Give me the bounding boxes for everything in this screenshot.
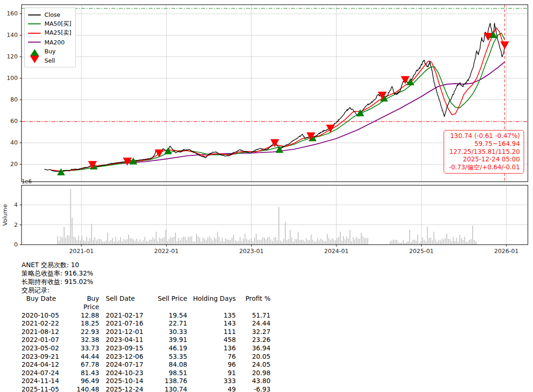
table-cell: 458	[187, 336, 236, 344]
legend-item-buy: Buy	[28, 47, 71, 56]
legend-line	[28, 33, 41, 34]
volume-bar	[361, 233, 362, 245]
volume-bar	[64, 227, 65, 245]
table-cell: 143	[187, 319, 236, 328]
volume-bar	[138, 241, 139, 245]
volume-bar	[165, 230, 166, 245]
table-cell: 2024-10-23	[99, 369, 152, 377]
table-cell: 24.05	[236, 361, 270, 369]
volume-bar	[240, 237, 241, 245]
volume-bar	[68, 236, 69, 245]
volume-bar	[460, 235, 460, 245]
volume-bar	[469, 240, 470, 245]
volume-bar	[91, 224, 92, 245]
volume-bar	[85, 241, 86, 245]
volume-bar	[256, 234, 257, 245]
volume-bar	[73, 237, 74, 245]
volume-bar	[191, 236, 192, 245]
legend-line-swatch	[28, 23, 41, 24]
volume-bar	[416, 240, 416, 245]
volume-bar	[174, 237, 175, 245]
volume-bar	[303, 240, 304, 245]
volume-bar	[433, 232, 434, 245]
volume-bar	[358, 239, 358, 245]
table-cell: 84.08	[152, 361, 187, 369]
sell-marker	[155, 150, 164, 158]
volume-bar	[269, 237, 270, 245]
volume-bar	[220, 241, 221, 245]
volume-bar	[241, 241, 242, 245]
x-tick-label: 2021-01	[69, 247, 94, 254]
table-row: 2024-11-1496.492025-10-14138.7633343.80	[22, 377, 270, 385]
volume-bar	[101, 240, 102, 245]
volume-bar	[175, 233, 176, 245]
annotation-line: -0.73/偏空/+0.64/-0.01	[449, 163, 520, 171]
trade-table-header-cell: Sell Date	[99, 295, 152, 311]
volume-bar	[432, 240, 433, 245]
volume-bar	[203, 238, 204, 245]
volume-bar	[333, 240, 334, 245]
sell-triangle-icon	[30, 56, 39, 63]
volume-bar	[448, 239, 449, 245]
trade-table-header-cell: Buy Price	[70, 295, 99, 311]
table-cell: 130.74	[152, 385, 187, 392]
volume-bar	[412, 240, 413, 245]
volume-bar	[149, 240, 150, 245]
volume-bar	[89, 238, 90, 245]
volume-bar	[232, 238, 233, 245]
volume-bar	[458, 242, 459, 245]
volume-bar	[290, 230, 291, 245]
volume-bar	[298, 232, 299, 245]
volume-bar	[159, 238, 160, 245]
volume-bar	[172, 238, 173, 245]
table-cell: 19.54	[152, 312, 187, 320]
volume-bar	[233, 235, 234, 245]
volume-bar	[67, 235, 68, 245]
volume-bar	[332, 238, 333, 245]
volume-bar	[125, 240, 126, 245]
legend-item-sell: Sell	[28, 56, 71, 65]
volume-bar	[475, 241, 476, 245]
volume-bar	[390, 241, 391, 245]
summary-line: 交易记录:	[22, 286, 270, 294]
table-cell: 2024-07-24	[22, 369, 70, 377]
y-tick-label: 140	[7, 31, 18, 38]
table-row: 2023-05-0233.732023-09-1546.1913636.94	[22, 344, 270, 353]
volume-bar	[167, 241, 168, 245]
volume-bar	[128, 235, 129, 245]
summary-line: 策略总收益率: 916.32%	[22, 269, 270, 277]
volume-bar	[437, 242, 438, 245]
volume-bar	[86, 237, 87, 245]
table-cell: 2022-01-07	[22, 336, 70, 344]
volume-bar	[102, 241, 103, 245]
volume-bar	[197, 237, 198, 245]
volume-bar	[440, 240, 441, 245]
x-tick-label: 2026-01	[494, 247, 518, 254]
volume-bar	[107, 233, 108, 245]
volume-bar	[467, 242, 468, 245]
volume-bar	[295, 239, 296, 245]
volume-bar	[135, 241, 136, 245]
volume-bar	[120, 237, 121, 245]
x-tick-label: 2024-01	[324, 247, 349, 254]
table-cell: 2025-10-14	[99, 377, 152, 385]
volume-bar	[115, 237, 116, 245]
volume-bar	[261, 240, 262, 245]
volume-bar	[329, 238, 329, 245]
volume-y-tick-label: 4	[14, 201, 18, 208]
volume-bar	[442, 239, 443, 245]
volume-bar	[219, 237, 219, 245]
volume-bar	[245, 234, 246, 245]
volume-bar	[110, 240, 111, 245]
volume-bar	[204, 239, 205, 245]
volume-bar	[147, 241, 148, 245]
volume-bar	[112, 238, 113, 245]
volume-bar	[282, 241, 283, 245]
volume-bar	[427, 227, 428, 245]
strategy-summary: ANET 交易次数: 10策略总收益率: 916.32%长期持有收益: 915.…	[22, 261, 270, 392]
y-tick-label: 80	[10, 96, 18, 103]
volume-bar	[461, 238, 462, 245]
volume-bar	[183, 237, 184, 245]
volume-bar	[249, 240, 250, 245]
legend-label: Buy	[44, 48, 56, 55]
